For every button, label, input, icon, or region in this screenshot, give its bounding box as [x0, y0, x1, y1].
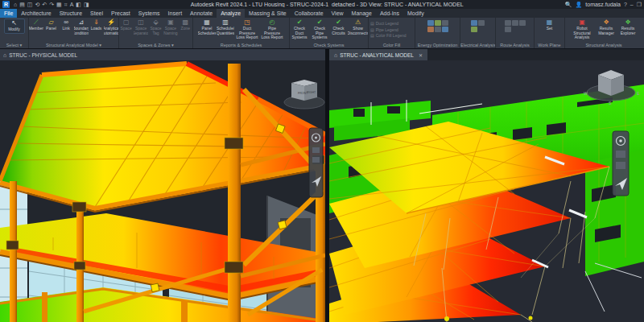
tab-structure[interactable]: Structure	[56, 9, 86, 18]
results-manager-button[interactable]: ❖ Results Manager	[596, 19, 617, 35]
route-reveal-icon[interactable]	[512, 20, 518, 26]
search-icon[interactable]: 🔍	[565, 2, 572, 8]
set-work-plane-button[interactable]: ▦ Set	[541, 19, 559, 31]
panel-label-electrical[interactable]: Electrical Analysis	[460, 42, 495, 48]
check-pipe-systems-button[interactable]: ✔ Check Pipe Systems	[310, 19, 329, 40]
robot-structural-analysis-button[interactable]: ▣ Robot Structural Analysis	[569, 19, 595, 40]
user-icon[interactable]: 👤	[576, 2, 583, 8]
check-circuits-button[interactable]: ✔ Check Circuits	[330, 19, 347, 35]
route-settings-icon[interactable]	[505, 27, 511, 32]
view-home-icon: ⌂	[3, 52, 6, 58]
navigation-bar-right[interactable]	[613, 131, 629, 196]
energy-optimize-icon[interactable]	[435, 27, 441, 32]
panel-label-energy[interactable]: Energy Optimization	[415, 42, 460, 48]
energy-analyze-icon[interactable]	[427, 27, 434, 32]
panel-label-workplane[interactable]: Work Plane	[535, 42, 564, 48]
help-icon[interactable]: ?	[624, 2, 627, 7]
3d-view-icon[interactable]: ◧	[76, 0, 81, 9]
energy-results-icon[interactable]	[442, 20, 448, 26]
analytical-model-3d-view: W S E	[329, 60, 644, 322]
tab-modify[interactable]: Modify	[403, 9, 428, 18]
route-analysis-icons[interactable]	[503, 19, 527, 34]
pipe-pressure-loss-report-button[interactable]: ◴ Pipe Pressure Loss Report	[260, 19, 284, 40]
tab-architecture[interactable]: Architecture	[17, 9, 55, 18]
modify-button[interactable]: ↖ Modify	[4, 19, 25, 34]
loads-button[interactable]: ⇓ Loads	[89, 19, 104, 31]
open-icon[interactable]: ▤	[19, 0, 25, 9]
show-disconnects-button[interactable]: ⚠ Show Disconnects	[348, 19, 368, 35]
sync-icon[interactable]: ⟲	[35, 0, 39, 9]
undo-icon[interactable]: ↶	[42, 0, 47, 9]
minimize-button[interactable]: –	[630, 2, 634, 7]
member-button[interactable]: ⟋ Member	[29, 19, 43, 31]
panel-label-select[interactable]: Select ▾	[0, 42, 28, 48]
space-naming-button[interactable]: ▣ Space Naming	[163, 19, 177, 35]
restore-button[interactable]: ❐	[637, 2, 642, 8]
panel-label-colorfill[interactable]: Color Fill	[369, 42, 415, 48]
panel-label-route[interactable]: Route Analysis	[496, 42, 534, 48]
physical-model-title-bar[interactable]: ⌂ STRUC - PHYSICAL MODEL	[0, 49, 325, 60]
route-path-icon[interactable]	[505, 20, 511, 26]
route-zone-icon[interactable]	[519, 20, 526, 26]
boundary-conditions-button[interactable]: ⊿ Boundary Conditions	[74, 19, 89, 35]
pipe-legend-button[interactable]: ▤ Pipe Legend	[370, 27, 398, 33]
tab-view[interactable]: View	[328, 9, 348, 18]
link-button[interactable]: ∞ Link	[59, 19, 73, 31]
electrical-demand-icon[interactable]	[478, 20, 485, 26]
tab-massing-site[interactable]: Massing & Site	[245, 9, 291, 18]
panel-label-spaces[interactable]: Spaces & Zones ▾	[119, 42, 192, 48]
check-duct-systems-button[interactable]: ✔ Check Duct Systems	[290, 19, 309, 40]
physical-model-canvas[interactable]: FRONT RIGHT	[0, 60, 325, 322]
close-view-icon[interactable]: ✕	[419, 52, 423, 58]
revit-logo-icon[interactable]: R	[2, 1, 10, 8]
panel-label-reports[interactable]: Reports & Schedules	[193, 42, 289, 48]
panel-reports-schedules: ▦ Panel Schedules ▥ Schedule/ Quantities…	[193, 18, 290, 48]
redo-icon[interactable]: ↷	[49, 0, 54, 9]
title-bar-right: 🔍 👤 tomasz.fudala ? – ❐	[565, 2, 642, 8]
section-icon[interactable]: ◨	[84, 0, 89, 9]
color-fill-legend-button[interactable]: ▤ Color Fill Legend	[370, 33, 407, 39]
energy-model-icon[interactable]	[427, 20, 434, 26]
tab-add-ins[interactable]: Add-Ins	[376, 9, 403, 18]
panel-schedules-button[interactable]: ▦ Panel Schedules	[198, 19, 216, 35]
zone-button[interactable]: ▩ Zone	[179, 19, 192, 31]
panel-label-structural[interactable]: Structural Analysis	[565, 42, 642, 48]
tab-steel[interactable]: Steel	[86, 9, 107, 18]
tab-annotate[interactable]: Annotate	[186, 9, 217, 18]
energy-report-icon[interactable]	[442, 27, 448, 32]
viewcube-right-label: RIGHT	[307, 91, 316, 94]
analytical-model-canvas[interactable]: W S E	[329, 60, 644, 322]
space-button[interactable]: ▢ Space	[119, 19, 133, 31]
analytical-model-tab[interactable]: ⌂ STRUC - ANALYTICAL MODEL ✕	[329, 49, 427, 60]
electrical-report-icon[interactable]	[471, 27, 477, 32]
print-icon[interactable]: ▦	[56, 0, 62, 9]
analytical-automation-button[interactable]: ⚡ Analytical Automation	[104, 19, 118, 35]
text-icon[interactable]: A	[70, 0, 74, 9]
save-icon[interactable]: ◫	[27, 0, 33, 9]
user-name[interactable]: tomasz.fudala	[585, 2, 621, 7]
panel-label-check[interactable]: Check Systems	[290, 42, 368, 48]
tab-insert[interactable]: Insert	[164, 9, 187, 18]
space-tag-button[interactable]: ⬙ Space Tag	[149, 19, 163, 35]
panel-button[interactable]: ▱ Panel	[44, 19, 59, 31]
schedule-quantities-button[interactable]: ▥ Schedule/ Quantities	[217, 19, 234, 35]
duct-pressure-loss-report-button[interactable]: ◳ Duct Pressure Loss Report	[235, 19, 259, 40]
electrical-analysis-icons[interactable]	[469, 19, 486, 34]
tab-analyze[interactable]: Analyze	[217, 9, 245, 18]
electrical-load-icon[interactable]	[471, 20, 477, 26]
space-separator-button[interactable]: ◫ Space Separator	[134, 19, 147, 35]
tab-collaborate[interactable]: Collaborate	[291, 9, 328, 18]
home-icon[interactable]: ⌂	[14, 0, 17, 9]
energy-optimization-icons[interactable]	[426, 19, 450, 34]
panel-check-systems: ✔ Check Duct Systems ✔ Check Pipe System…	[290, 18, 369, 48]
results-explorer-button[interactable]: ❖ Results Explorer	[617, 19, 638, 35]
panel-label-sam[interactable]: Structural Analytical Model ▾	[29, 42, 118, 48]
energy-settings-icon[interactable]	[435, 20, 441, 26]
tab-systems[interactable]: Systems	[134, 9, 164, 18]
duct-legend-button[interactable]: ▤ Duct Legend	[370, 21, 398, 27]
tab-manage[interactable]: Manage	[348, 9, 376, 18]
tab-precast[interactable]: Precast	[107, 9, 134, 18]
measure-icon[interactable]: ⌗	[64, 0, 68, 9]
tab-file[interactable]: File	[0, 9, 17, 18]
navigation-bar-left[interactable]	[309, 128, 323, 197]
